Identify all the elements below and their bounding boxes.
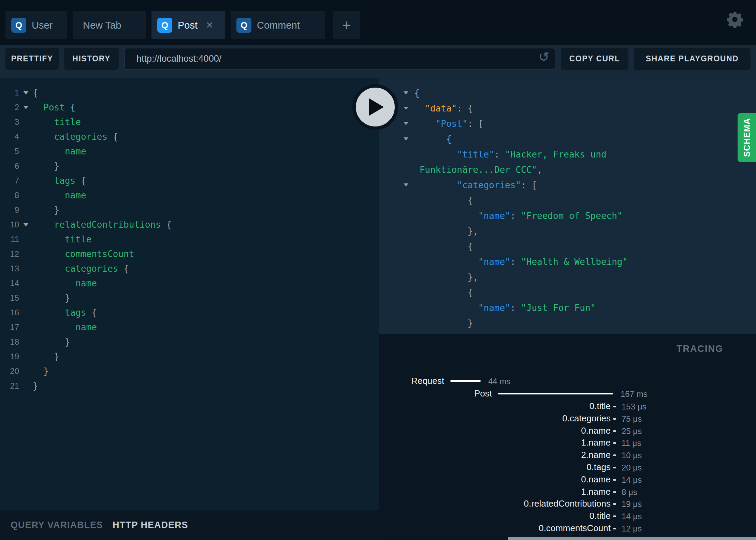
line-number: 6 bbox=[0, 161, 19, 171]
line-number: 21 bbox=[0, 381, 19, 391]
query-line: 21} bbox=[0, 378, 379, 393]
query-code-text: } bbox=[33, 366, 49, 376]
tab-bar: QUserNew TabQPost✕QComment + bbox=[0, 0, 756, 45]
execute-query-button[interactable] bbox=[352, 84, 398, 130]
trace-label: 2.name bbox=[379, 450, 611, 460]
fold-toggle[interactable] bbox=[19, 223, 33, 226]
tab-label: Post bbox=[178, 20, 198, 31]
trace-row: 0.relatedContributions19 μs bbox=[379, 498, 756, 509]
trace-row: 0.title153 μs bbox=[379, 401, 756, 412]
response-code-text: "Post": [ bbox=[379, 119, 484, 129]
settings-button[interactable] bbox=[726, 10, 744, 29]
query-code-text: relatedContributions { bbox=[33, 220, 172, 230]
response-line: "title": "Hacker, Freaks und bbox=[379, 147, 756, 162]
line-number: 10 bbox=[0, 220, 19, 229]
response-pane[interactable]: { "data": { "Post": [ { "title": "Hacker… bbox=[379, 78, 756, 334]
response-code-text: } bbox=[379, 318, 473, 328]
query-variables-tab[interactable]: QUERY VARIABLES bbox=[11, 520, 103, 530]
duration-value: 8 μs bbox=[622, 487, 637, 497]
duration-dash bbox=[613, 479, 616, 481]
tracing-panel: TRACING Request44 msPost167 ms0.title153… bbox=[379, 334, 756, 540]
duration-value: 75 μs bbox=[622, 414, 642, 424]
response-code-text: "name": "Just For Fun" bbox=[379, 303, 596, 313]
close-icon[interactable]: ✕ bbox=[206, 21, 214, 30]
query-code-text: tags { bbox=[33, 308, 97, 318]
trace-label: 0.title bbox=[379, 511, 611, 521]
query-code-text: name bbox=[33, 322, 97, 332]
schema-tab[interactable]: SCHEMA bbox=[738, 113, 756, 162]
query-line: 8 name bbox=[0, 188, 379, 202]
trace-row: 2.name10 μs bbox=[379, 450, 756, 461]
query-lines: 1{2 Post {3 title4 categories {5 name6 }… bbox=[0, 85, 379, 393]
query-code-text: } bbox=[33, 351, 59, 362]
chevron-down-icon[interactable] bbox=[404, 122, 408, 125]
query-code-text: } bbox=[33, 381, 38, 391]
response-code-text: { bbox=[379, 287, 473, 298]
horizontal-scrollbar[interactable] bbox=[508, 537, 756, 540]
query-line: 2 Post { bbox=[0, 100, 379, 115]
trace-row: 0.name25 μs bbox=[379, 425, 756, 436]
line-number: 19 bbox=[0, 352, 19, 361]
reload-icon[interactable]: ↺ bbox=[538, 50, 549, 63]
line-number: 13 bbox=[0, 264, 19, 273]
line-number: 20 bbox=[0, 366, 19, 376]
duration-dash bbox=[613, 406, 616, 407]
tab-comment[interactable]: QComment bbox=[231, 11, 325, 39]
fold-toggle[interactable] bbox=[19, 91, 33, 94]
duration-dash bbox=[613, 515, 616, 517]
response-lines: { "data": { "Post": [ { "title": "Hacker… bbox=[379, 85, 756, 334]
query-line: 12 commentsCount bbox=[0, 246, 379, 261]
response-line: { bbox=[379, 285, 756, 300]
response-code-text: Funktionäre...Der CCC", bbox=[379, 165, 542, 175]
trace-label: Post bbox=[379, 388, 492, 399]
duration-value: 12 μs bbox=[622, 524, 642, 534]
chevron-down-icon[interactable] bbox=[404, 137, 408, 140]
query-line: 19 } bbox=[0, 349, 379, 364]
line-number: 15 bbox=[0, 293, 19, 303]
duration-dash bbox=[613, 528, 616, 529]
query-code-text: } bbox=[33, 293, 70, 303]
trace-row: 0.title14 μs bbox=[379, 511, 756, 522]
prettify-button[interactable]: PRETTIFY bbox=[5, 48, 59, 70]
duration-value: 167 ms bbox=[621, 389, 648, 399]
query-line: 1{ bbox=[0, 85, 379, 100]
line-number: 11 bbox=[0, 235, 19, 244]
http-headers-tab[interactable]: HTTP HEADERS bbox=[113, 520, 188, 530]
play-icon bbox=[369, 98, 384, 116]
query-code-text: name bbox=[33, 146, 86, 156]
duration-dash bbox=[613, 503, 616, 505]
query-line: 3 title bbox=[0, 115, 379, 129]
trace-label: 0.relatedContributions bbox=[379, 498, 611, 509]
chevron-down-icon bbox=[23, 91, 29, 94]
add-tab-button[interactable]: + bbox=[333, 11, 360, 39]
response-line: ] bbox=[379, 331, 756, 334]
response-code-text: "name": "Health & Wellbeing" bbox=[379, 257, 628, 267]
duration-value: 10 μs bbox=[622, 451, 642, 460]
copy-curl-button[interactable]: COPY CURL bbox=[561, 48, 628, 70]
line-number: 12 bbox=[0, 249, 19, 259]
chevron-down-icon[interactable] bbox=[404, 107, 408, 110]
endpoint-url-input[interactable] bbox=[125, 53, 526, 64]
share-playground-button[interactable]: SHARE PLAYGROUND bbox=[634, 48, 751, 70]
chevron-down-icon[interactable] bbox=[404, 91, 408, 94]
chevron-down-icon bbox=[23, 106, 29, 109]
query-editor-pane[interactable]: 1{2 Post {3 title4 categories {5 name6 }… bbox=[0, 78, 379, 510]
duration-value: 20 μs bbox=[622, 463, 642, 472]
duration-value: 25 μs bbox=[622, 426, 642, 436]
gear-icon bbox=[726, 24, 744, 30]
tab-post[interactable]: QPost✕ bbox=[151, 11, 225, 39]
query-badge: Q bbox=[11, 18, 26, 33]
trace-row: 0.categories75 μs bbox=[379, 413, 756, 424]
response-line: "data": { bbox=[379, 101, 756, 116]
tab-new-tab[interactable]: New Tab bbox=[73, 11, 146, 39]
response-code-text: { bbox=[379, 241, 473, 252]
response-line: { bbox=[379, 85, 756, 101]
chevron-down-icon[interactable] bbox=[404, 183, 408, 186]
tab-user[interactable]: QUser bbox=[5, 11, 67, 39]
history-button[interactable]: HISTORY bbox=[64, 48, 119, 70]
query-code-text: commentsCount bbox=[33, 249, 134, 259]
response-line: "name": "Just For Fun" bbox=[379, 300, 756, 315]
fold-toggle[interactable] bbox=[19, 106, 33, 109]
line-number: 16 bbox=[0, 308, 19, 317]
query-code-text: { bbox=[33, 88, 38, 98]
